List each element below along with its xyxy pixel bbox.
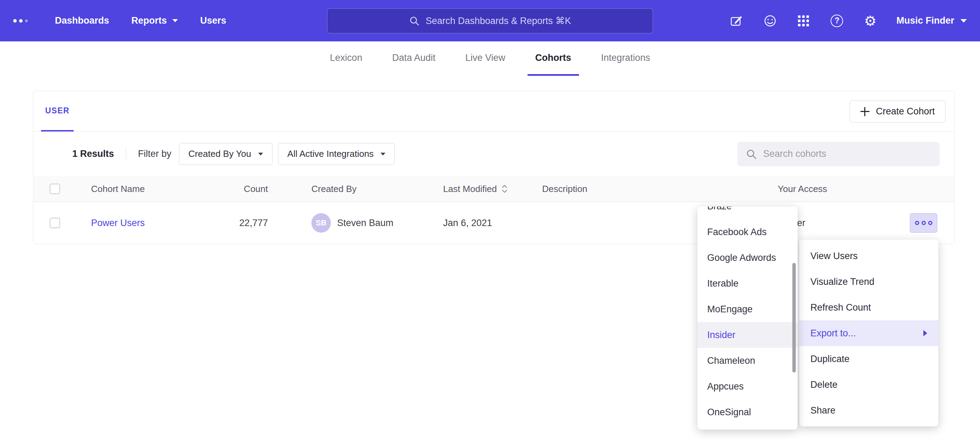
workspace-name: Music Finder: [896, 15, 954, 26]
dot-icon: [928, 221, 932, 225]
export-submenu: Braze Facebook Ads Google Adwords Iterab…: [697, 206, 797, 430]
col-description: Description: [542, 184, 778, 195]
submenu-item-iterable[interactable]: Iterable: [697, 271, 797, 296]
smiley-glyph: [763, 14, 777, 28]
help-icon[interactable]: ?: [829, 14, 844, 28]
submenu-item-facebook-ads[interactable]: Facebook Ads: [697, 219, 797, 245]
tab-live-view[interactable]: Live View: [458, 42, 513, 76]
settings-gear-icon[interactable]: ⚙: [863, 14, 878, 28]
row-checkbox[interactable]: [50, 218, 60, 228]
chevron-down-icon: [258, 153, 263, 155]
nav-users-label: Users: [200, 15, 226, 26]
top-nav: Dashboards Reports Users Search Dashboar…: [0, 0, 980, 42]
tab-cohorts[interactable]: Cohorts: [528, 42, 579, 76]
nav-reports[interactable]: Reports: [131, 15, 178, 26]
cohorts-card: USER Create Cohort 1 Results Filter by C…: [33, 91, 955, 244]
menu-item-share[interactable]: Share: [799, 398, 938, 423]
col-cohort-name: Cohort Name: [91, 184, 195, 195]
col-last-modified-label: Last Modified: [443, 184, 497, 195]
smiley-feedback-icon[interactable]: [763, 14, 777, 28]
nav-dashboards[interactable]: Dashboards: [55, 15, 109, 26]
col-your-access: Your Access: [778, 184, 954, 195]
cohort-search-input[interactable]: Search cohorts: [737, 142, 940, 166]
created-by-name: Steven Baum: [337, 218, 393, 228]
last-modified-cell: Jan 6, 2021: [443, 218, 542, 228]
menu-item-visualize-trend[interactable]: Visualize Trend: [799, 269, 938, 295]
apps-grid-glyph: [797, 14, 810, 27]
brand-dots-icon[interactable]: [13, 19, 28, 22]
create-cohort-button[interactable]: Create Cohort: [850, 101, 946, 122]
menu-item-refresh-count[interactable]: Refresh Count: [799, 295, 938, 320]
nav-right-group: ? ⚙ Music Finder: [729, 14, 967, 28]
submenu-arrow-icon: [923, 330, 927, 336]
chevron-down-icon: [961, 19, 967, 22]
search-icon: [746, 149, 757, 160]
nav-dashboards-label: Dashboards: [55, 15, 109, 26]
gear-glyph: ⚙: [864, 14, 877, 28]
row-context-menu: View Users Visualize Trend Refresh Count…: [799, 240, 938, 427]
integrations-filter[interactable]: All Active Integrations: [278, 143, 395, 165]
table-header: Cohort Name Count Created By Last Modifi…: [33, 176, 954, 202]
avatar: SB: [311, 213, 331, 233]
table-row: Power Users 22,777 SB Steven Baum Jan 6,…: [33, 202, 954, 244]
submenu-item-appcues[interactable]: Appcues: [697, 374, 797, 399]
submenu-item-chameleon[interactable]: Chameleon: [697, 348, 797, 374]
search-icon: [409, 16, 420, 26]
integrations-filter-value: All Active Integrations: [287, 149, 374, 159]
tab-integrations[interactable]: Integrations: [593, 42, 658, 76]
results-count: 1 Results: [72, 149, 114, 159]
chevron-down-icon: [380, 153, 385, 155]
dot-icon: [915, 221, 919, 225]
menu-item-view-users[interactable]: View Users: [799, 243, 938, 269]
menu-item-delete[interactable]: Delete: [799, 372, 938, 398]
filter-row: 1 Results Filter by Created By You All A…: [33, 132, 954, 176]
sort-icon: [501, 184, 508, 194]
created-by-cell: SB Steven Baum: [268, 213, 443, 233]
menu-item-export-to[interactable]: Export to...: [799, 320, 938, 346]
scrollbar-thumb[interactable]: [792, 263, 796, 372]
submenu-item-google-adwords[interactable]: Google Adwords: [697, 245, 797, 271]
apps-grid-icon[interactable]: [796, 14, 811, 28]
compose-feedback-icon[interactable]: [729, 14, 744, 28]
cohort-count: 22,777: [195, 218, 268, 228]
submenu-item-insider[interactable]: Insider: [697, 322, 797, 348]
col-count: Count: [195, 184, 268, 195]
submenu-item-moengage[interactable]: MoEngage: [697, 296, 797, 322]
card-header: USER Create Cohort: [33, 91, 954, 132]
col-created-by: Created By: [268, 184, 443, 195]
menu-item-export-to-label: Export to...: [810, 328, 856, 339]
cohort-search-placeholder: Search cohorts: [763, 149, 826, 159]
create-cohort-label: Create Cohort: [876, 106, 935, 117]
plus-icon: [861, 107, 870, 116]
col-last-modified[interactable]: Last Modified: [443, 184, 542, 195]
dot-icon: [922, 221, 926, 225]
cohort-name-link[interactable]: Power Users: [91, 218, 145, 228]
created-by-filter[interactable]: Created By You: [179, 143, 272, 165]
vertical-divider: [126, 147, 126, 161]
compose-feedback-glyph: [730, 14, 744, 28]
submenu-item-onesignal[interactable]: OneSignal: [697, 399, 797, 425]
chevron-down-icon: [172, 19, 178, 22]
filter-by-label: Filter by: [138, 149, 171, 159]
select-all-checkbox[interactable]: [50, 184, 60, 194]
tab-lexicon[interactable]: Lexicon: [322, 42, 370, 76]
submenu-item-braze[interactable]: Braze: [697, 206, 797, 219]
tab-user[interactable]: USER: [41, 91, 74, 131]
section-tabbar: Lexicon Data Audit Live View Cohorts Int…: [0, 42, 980, 76]
created-by-filter-value: Created By You: [188, 149, 251, 159]
global-search-input[interactable]: Search Dashboards & Reports ⌘K: [327, 8, 653, 34]
workspace-menu[interactable]: Music Finder: [896, 15, 967, 26]
nav-users[interactable]: Users: [200, 15, 226, 26]
tab-data-audit[interactable]: Data Audit: [384, 42, 443, 76]
nav-reports-label: Reports: [131, 15, 167, 26]
menu-item-duplicate[interactable]: Duplicate: [799, 346, 938, 372]
global-search-placeholder: Search Dashboards & Reports ⌘K: [426, 15, 571, 26]
help-glyph: ?: [830, 14, 843, 27]
row-actions-button[interactable]: [910, 213, 937, 233]
